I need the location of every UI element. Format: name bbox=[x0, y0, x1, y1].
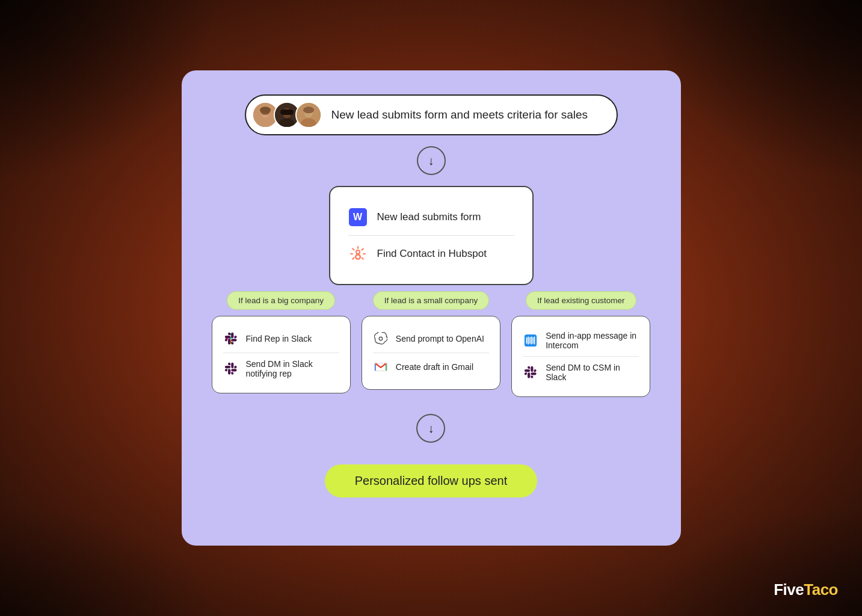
branch-item-openai: Send prompt to OpenAI bbox=[373, 325, 489, 353]
action-box: W New lead submits form Find Contact in … bbox=[329, 186, 534, 285]
avatar-group bbox=[252, 102, 322, 128]
svg-rect-32 bbox=[532, 337, 533, 344]
hubspot-icon bbox=[348, 244, 368, 263]
branch-item-gmail: Create draft in Gmail bbox=[373, 353, 489, 381]
branch-small-company: If lead is a small company Send prompt t… bbox=[362, 291, 500, 390]
svg-rect-8 bbox=[280, 109, 294, 115]
intercom-icon bbox=[523, 333, 538, 348]
arrow-down-2: ↓ bbox=[416, 414, 445, 443]
branch-label-small: If lead is a small company bbox=[373, 291, 489, 310]
action-item-hubspot: Find Contact in Hubspot bbox=[348, 235, 514, 272]
action-item-webflow: W New lead submits form bbox=[348, 199, 514, 235]
branch-item-csm-slack: Send DM to CSM in Slack bbox=[523, 356, 639, 388]
svg-point-24 bbox=[379, 337, 383, 340]
branches-container: If lead is a big company bbox=[212, 291, 651, 397]
brand-name-part2: Taco bbox=[804, 581, 838, 599]
branch-text-openai: Send prompt to OpenAI bbox=[396, 334, 484, 343]
svg-rect-28 bbox=[526, 337, 528, 344]
branch-box-small: Send prompt to OpenAI bbox=[362, 316, 500, 390]
branch-box-big: Find Rep in Slack Send DM in Slack notif… bbox=[212, 316, 351, 393]
slack-icon-send-dm bbox=[223, 361, 239, 377]
avatar-3 bbox=[295, 102, 322, 128]
branch-text-intercom: Send in-app message in Intercom bbox=[546, 331, 639, 350]
branch-label-existing: If lead existing customer bbox=[526, 291, 636, 310]
slack-icon-find-rep bbox=[223, 331, 239, 346]
action-text-webflow: New lead submits form bbox=[377, 211, 481, 223]
branch-label-big: If lead is a big company bbox=[227, 291, 335, 310]
trigger-text: New lead submits form and meets criteria… bbox=[331, 108, 588, 122]
branch-item-find-rep: Find Rep in Slack bbox=[223, 325, 339, 353]
bottom-section: ↓ Personalized follow ups sent bbox=[325, 403, 537, 497]
svg-rect-31 bbox=[531, 337, 532, 345]
workflow-card: New lead submits form and meets criteria… bbox=[182, 70, 681, 546]
branch-text-gmail: Create draft in Gmail bbox=[396, 362, 473, 372]
branch-item-send-dm: Send DM in Slack notifying rep bbox=[223, 353, 339, 384]
branch-big-company: If lead is a big company bbox=[212, 291, 351, 393]
svg-point-14 bbox=[357, 251, 359, 253]
webflow-icon: W bbox=[348, 208, 368, 227]
svg-rect-33 bbox=[534, 337, 535, 345]
svg-point-16 bbox=[356, 256, 359, 259]
gmail-icon bbox=[373, 359, 389, 375]
trigger-row: New lead submits form and meets criteria… bbox=[245, 94, 618, 135]
result-pill: Personalized follow ups sent bbox=[325, 464, 537, 497]
svg-rect-30 bbox=[529, 337, 530, 344]
arrow-down-1: ↓ bbox=[417, 146, 446, 175]
branch-box-existing: Send in-app message in Intercom Send DM … bbox=[511, 316, 650, 397]
action-text-hubspot: Find Contact in Hubspot bbox=[377, 248, 487, 260]
svg-rect-29 bbox=[528, 337, 529, 345]
branch-existing-customer: If lead existing customer bbox=[511, 291, 650, 397]
svg-point-12 bbox=[303, 106, 313, 113]
brand-logo: FiveTaco bbox=[774, 581, 838, 599]
branch-text-csm-slack: Send DM to CSM in Slack bbox=[546, 363, 639, 382]
openai-icon bbox=[373, 331, 389, 346]
branch-item-intercom: Send in-app message in Intercom bbox=[523, 325, 639, 356]
brand-name-part1: Five bbox=[774, 581, 804, 599]
branch-text-send-dm-big: Send DM in Slack notifying rep bbox=[246, 359, 339, 378]
svg-point-4 bbox=[259, 106, 270, 113]
slack-icon-csm bbox=[523, 365, 538, 380]
branch-text-find-rep: Find Rep in Slack bbox=[246, 334, 312, 343]
